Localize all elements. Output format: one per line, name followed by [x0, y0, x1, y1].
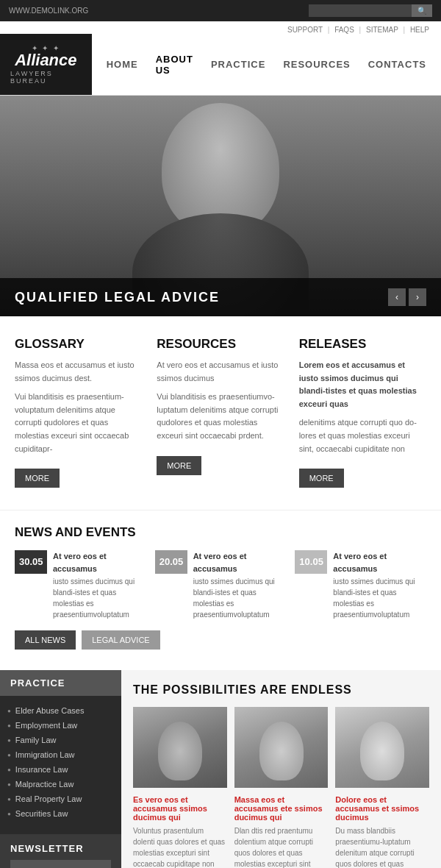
glossary-para1: Massa eos et accusamus et iusto ssimos d…: [15, 359, 142, 385]
news-title: NEWS AND EVENTS: [15, 525, 426, 540]
news-title-1: At vero eos et accusamus: [53, 550, 146, 574]
search-input[interactable]: [309, 4, 412, 17]
sidebar-link-immigration[interactable]: Immigration Law: [7, 747, 114, 762]
help-link[interactable]: HELP: [410, 26, 429, 34]
search-bar[interactable]: 🔍: [309, 4, 432, 17]
content-body-3: Du mass blandbiis praesentiumu-luptatum …: [335, 825, 429, 868]
news-buttons: ALL NEWS LEGAL ADVICE: [15, 630, 426, 663]
releases-more-button[interactable]: MORE: [299, 469, 344, 488]
sidebar-link-realproperty[interactable]: Real Property Law: [7, 791, 114, 806]
releases-column: RELEASES Lorem eos et accusamus et iusto…: [299, 337, 426, 502]
news-text-1: At vero eos et accusamus iusto ssimes du…: [53, 550, 146, 620]
hero-next-button[interactable]: ›: [409, 288, 426, 306]
site-url: WWW.DEMOLINK.ORG: [9, 7, 88, 15]
news-body-3: iusto ssimes ducimus qui blandi-istes et…: [333, 577, 415, 619]
sidebar-link-malpractice[interactable]: Malpractice Law: [7, 777, 114, 791]
glossary-para2: Vui blanditisis es praesentium-voluptatu…: [15, 391, 142, 455]
news-item-1: 30.05 At vero eos et accusamus iusto ssi…: [15, 550, 146, 620]
logo-title: Alliance: [15, 52, 76, 68]
news-date-2: 20.05: [155, 550, 187, 574]
sidebar-link-employment[interactable]: Employment Law: [7, 718, 114, 733]
logo: ✦ ✦ ✦ Alliance LAWYERS BUREAU: [0, 34, 92, 95]
image-3: [335, 707, 429, 788]
content-title-3: Dolore eos et accusamus et ssimos ducimu…: [335, 795, 429, 822]
header-top: SUPPORT | FAQS | SITEMAP | HELP: [0, 21, 441, 34]
hero-section: QUALIFIED LEGAL ADVICE ‹ ›: [0, 96, 441, 316]
news-item-2: 20.05 At vero eos et accusamus iusto ssi…: [155, 550, 287, 620]
nav-aboutus[interactable]: ABOUT US: [156, 54, 193, 76]
resources-more-button[interactable]: MORE: [157, 456, 201, 475]
news-text-3: At vero eos et accusamus iusto ssimes du…: [333, 550, 426, 620]
resources-para1: At vero eos et accusamus et iusto ssimos…: [157, 359, 284, 385]
sidebar-link-insurance[interactable]: Insurance Law: [7, 762, 114, 777]
three-columns: GLOSSARY Massa eos et accusamus et iusto…: [0, 316, 441, 511]
glossary-title: GLOSSARY: [15, 337, 142, 352]
logo-subtitle: LAWYERS BUREAU: [10, 70, 82, 85]
sidebar-link-family[interactable]: Family Law: [7, 733, 114, 747]
news-items: 30.05 At vero eos et accusamus iusto ssi…: [15, 550, 426, 620]
news-title-3: At vero eos et accusamus: [333, 550, 426, 574]
news-text-2: At vero eos et accusamus iusto ssimes du…: [193, 550, 287, 620]
news-date-1: 30.05: [15, 550, 47, 574]
all-news-button[interactable]: ALL NEWS: [15, 630, 76, 650]
support-link[interactable]: SUPPORT: [287, 26, 323, 34]
possibilities-section: THE POSSIBILITIES ARE ENDLESS Es vero eo…: [121, 670, 441, 868]
header: SUPPORT | FAQS | SITEMAP | HELP ✦ ✦ ✦ Al…: [0, 21, 441, 96]
practice-title: PRACTICE: [0, 670, 121, 696]
news-date-3: 10.05: [295, 550, 327, 574]
content-body-1: Voluntus prasentulum dolenti quas dolore…: [133, 825, 227, 868]
newsletter-title: NEWSLETTER: [10, 843, 111, 854]
hero-prev-button[interactable]: ‹: [388, 288, 406, 306]
news-body-2: iusto ssimes ducimus qui blandi-istes et…: [193, 577, 275, 619]
resources-title: RESOURCES: [157, 337, 284, 352]
sidebar: PRACTICE Elder Abuse Cases Employment La…: [0, 670, 121, 868]
sidebar-link-securities[interactable]: Securities Law: [7, 806, 114, 821]
content-col-2: Massa eos et accusamus ete ssimos ducimu…: [234, 795, 329, 868]
main-nav: HOME ABOUT US PRACTICE RESOURCES CONTACT…: [92, 35, 441, 94]
hero-navigation[interactable]: ‹ ›: [388, 288, 426, 306]
header-links: SUPPORT | FAQS | SITEMAP | HELP: [287, 26, 429, 34]
bottom-section: PRACTICE Elder Abuse Cases Employment La…: [0, 670, 441, 868]
glossary-column: GLOSSARY Massa eos et accusamus et iusto…: [15, 337, 142, 502]
nav-practice[interactable]: PRACTICE: [211, 59, 265, 70]
content-col-3: Dolore eos et accusamus et ssimos ducimu…: [335, 795, 429, 868]
content-body-2: Dlan dtis red praentumu dolentium atque …: [234, 825, 329, 868]
news-section: NEWS AND EVENTS 30.05 At vero eos et acc…: [0, 511, 441, 670]
top-bar: WWW.DEMOLINK.ORG 🔍: [0, 0, 441, 21]
glossary-more-button[interactable]: MORE: [15, 469, 60, 488]
releases-title: RELEASES: [299, 337, 426, 352]
news-item-3: 10.05 At vero eos et accusamus iusto ssi…: [295, 550, 426, 620]
image-1: [133, 707, 227, 788]
hero-caption: QUALIFIED LEGAL ADVICE ‹ ›: [0, 278, 441, 316]
sidebar-links: Elder Abuse Cases Employment Law Family …: [0, 696, 121, 828]
resources-para2: Vui blanditisis es praesentiumvo-luptatu…: [157, 391, 284, 442]
news-title-2: At vero eos et accusamus: [193, 550, 287, 574]
nav-contacts[interactable]: CONTACTS: [368, 59, 426, 70]
news-body-1: iusto ssimes ducimus qui blandi-istes et…: [53, 577, 135, 619]
legal-advice-button[interactable]: LEGAL ADVICE: [82, 630, 159, 650]
content-title-1: Es vero eos et accusamus ssimos ducimus …: [133, 795, 227, 822]
sitemap-link[interactable]: SITEMAP: [366, 26, 398, 34]
newsletter-section: NEWSLETTER SUBSCRIBE: [0, 834, 121, 868]
newsletter-input[interactable]: [10, 860, 111, 868]
image-grid: [133, 707, 429, 788]
content-col-1: Es vero eos et accusamus ssimos ducimus …: [133, 795, 227, 868]
hero-caption-text: QUALIFIED LEGAL ADVICE: [15, 290, 220, 305]
possibilities-title: THE POSSIBILITIES ARE ENDLESS: [133, 683, 429, 697]
content-grid: Es vero eos et accusamus ssimos ducimus …: [133, 795, 429, 868]
releases-para2: delenitims atque corrupti quo do-lores e…: [299, 416, 426, 455]
nav-resources[interactable]: RESOURCES: [283, 59, 350, 70]
image-2: [234, 707, 329, 788]
faqs-link[interactable]: FAQS: [334, 26, 354, 34]
releases-para1: Lorem eos et accusamus et iusto ssimos d…: [299, 359, 426, 410]
content-title-2: Massa eos et accusamus ete ssimos ducimu…: [234, 795, 329, 822]
resources-column: RESOURCES At vero eos et accusamus et iu…: [157, 337, 284, 502]
sidebar-link-elderabuse[interactable]: Elder Abuse Cases: [7, 703, 114, 718]
search-button[interactable]: 🔍: [412, 4, 432, 17]
nav-home[interactable]: HOME: [107, 59, 138, 70]
header-main: ✦ ✦ ✦ Alliance LAWYERS BUREAU HOME ABOUT…: [0, 34, 441, 95]
